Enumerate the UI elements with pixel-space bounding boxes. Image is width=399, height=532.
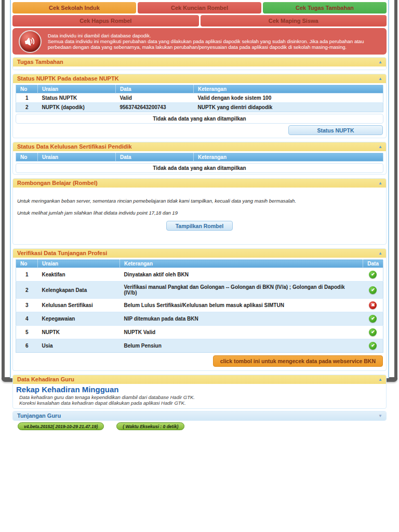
tugas-tambahan-panel: Tugas Tambahan ▲ — [12, 57, 387, 70]
cell-uraian: Usia — [38, 339, 120, 353]
col-header-data: Data — [116, 153, 194, 162]
cross-icon — [369, 301, 377, 309]
cell-no: 4 — [16, 312, 38, 326]
check-buttons-row-1: Cek Sekolah Induk Cek Kuncian Rombel Cek… — [12, 2, 387, 14]
col-header-keterangan: Keterangan — [194, 85, 383, 94]
check-icon — [369, 271, 377, 278]
col-header-uraian: Uraian — [38, 85, 116, 94]
section-title: Status NUPTK Pada database NUPTK — [17, 75, 119, 82]
cell-keterangan: NIP ditemukan pada data BKN — [120, 312, 363, 326]
cek-maping-siswa-button[interactable]: Cek Maping Siswa — [201, 15, 387, 26]
cell-uraian: Kepegawaian — [38, 312, 120, 326]
cell-data: 9563742643200743 — [116, 103, 194, 112]
status-nuptk-button[interactable]: Status NUPTK — [288, 125, 383, 135]
rombel-note-2: Untuk melihat jumlah jam silahkan lihat … — [17, 210, 386, 216]
cell-keterangan: Belum Lulus Sertifikasi/Kelulusan belum … — [120, 299, 363, 312]
tugas-tambahan-header[interactable]: Tugas Tambahan ▲ — [13, 58, 386, 66]
kehadiran-panel: Data Kehadiran Guru ▲ Rekap Kehadiran Mi… — [12, 375, 387, 409]
footer-badges: v4.beta.20152( 2019-10-29 21.47.19) ( Wa… — [18, 422, 387, 430]
table-header-row: No Uraian Keterangan Data — [16, 260, 383, 268]
cek-tugas-tambahan-button[interactable]: Cek Tugas Tambahan — [263, 2, 387, 14]
verifikasi-panel: Verifikasi Data Tunjangan Profesi ▲ No U… — [12, 248, 387, 371]
table-row: 6 Usia Belum Pensiun — [16, 339, 383, 353]
cell-keterangan: Verifikasi manual Pangkat dan Golongan -… — [120, 282, 363, 299]
sertifikasi-header[interactable]: Status Data Kelulusan Sertifikasi Pendid… — [13, 142, 386, 151]
cell-no: 3 — [16, 299, 38, 312]
megaphone-icon — [19, 30, 42, 53]
status-nuptk-table: No Uraian Data Keterangan 1 Status NUPTK… — [16, 85, 383, 112]
table-header-row: No Uraian Data Keterangan — [16, 153, 383, 162]
table-row: 2 NUPTK (dapodik) 9563742643200743 NUPTK… — [16, 103, 383, 112]
col-header-uraian: Uraian — [38, 260, 120, 268]
check-icon — [369, 342, 377, 350]
section-title: Tugas Tambahan — [17, 59, 63, 65]
verifikasi-header[interactable]: Verifikasi Data Tunjangan Profesi ▲ — [13, 249, 386, 258]
cell-keterangan: NUPTK Valid — [120, 326, 363, 339]
check-icon — [369, 315, 377, 323]
chevron-down-icon: ▼ — [378, 411, 382, 420]
cell-no: 6 — [16, 339, 38, 353]
chevron-up-icon: ▲ — [378, 179, 382, 188]
table-row: 2 Kelengkapan Data Verifikasi manual Pan… — [16, 282, 383, 299]
warning-line-1: Data individu ini diambil dari database … — [48, 33, 380, 38]
no-data-message: Tidak ada data yang akan ditampilkan — [16, 163, 383, 173]
cek-webservice-bkn-button[interactable]: click tombol ini untuk mengecek data pad… — [213, 355, 383, 367]
status-nuptk-header[interactable]: Status NUPTK Pada database NUPTK ▲ — [13, 74, 386, 83]
cell-uraian: Kelulusan Sertifikasi — [38, 299, 120, 312]
tampilkan-rombel-button[interactable]: Tampilkan Rombel — [166, 221, 233, 231]
warning-banner: Data individu ini diambil dari database … — [12, 28, 387, 55]
no-data-message: Tidak ada data yang akan ditampilkan — [16, 114, 383, 124]
chevron-up-icon: ▲ — [378, 249, 382, 258]
rombel-header[interactable]: Rombongan Belajar (Rombel) ▲ — [13, 179, 386, 188]
section-title: Status Data Kelulusan Sertifikasi Pendid… — [17, 143, 132, 150]
kehadiran-header[interactable]: Data Kehadiran Guru ▲ — [13, 375, 386, 384]
cell-no: 1 — [16, 268, 38, 282]
col-header-no: No — [16, 85, 38, 94]
table-row: 5 NUPTK NUPTK Valid — [16, 326, 383, 339]
tunjangan-panel: Tunjangan Guru ▼ — [12, 411, 387, 421]
cell-keterangan: NUPTK yang dientri didapodik — [194, 103, 383, 112]
col-header-data: Data — [363, 260, 383, 268]
infogtk-page: Cek Sekolah Induk Cek Kuncian Rombel Cek… — [0, 0, 399, 532]
warning-line-2: Semua data individu ini mengikuti peruba… — [48, 38, 380, 50]
cell-no: 1 — [16, 94, 38, 103]
col-header-keterangan: Keterangan — [120, 260, 363, 268]
window-frame-right — [394, 0, 397, 379]
warning-text: Data individu ini diambil dari database … — [48, 33, 380, 50]
section-title: Verifikasi Data Tunjangan Profesi — [17, 250, 107, 256]
cell-no: 2 — [16, 282, 38, 299]
section-title: Tunjangan Guru — [17, 413, 61, 419]
tunjangan-header[interactable]: Tunjangan Guru ▼ — [13, 411, 386, 420]
sertifikasi-table: No Uraian Data Keterangan — [16, 153, 383, 162]
table-header-row: No Uraian Data Keterangan — [16, 85, 383, 94]
kehadiran-note-2: Koreksi kesalahan data kehadiran dapat d… — [19, 400, 383, 406]
rombel-panel: Rombongan Belajar (Rombel) ▲ Untuk merin… — [12, 178, 387, 245]
chevron-up-icon: ▲ — [378, 58, 382, 66]
kehadiran-note-1: Data kehadiran guru dan tenaga kependidi… — [19, 394, 383, 400]
cell-keterangan: Valid dengan kode sistem 100 — [194, 94, 383, 103]
rombel-note-1: Untuk meringankan beban server, sementar… — [17, 198, 386, 204]
chevron-up-icon: ▲ — [378, 375, 382, 384]
sertifikasi-panel: Status Data Kelulusan Sertifikasi Pendid… — [12, 142, 387, 175]
col-header-no: No — [16, 260, 38, 268]
cell-data: Valid — [116, 94, 194, 103]
rekap-kehadiran-heading: Rekap Kehadiran Mingguan — [16, 385, 383, 394]
cell-uraian: Status NUPTK — [38, 94, 116, 103]
col-header-no: No — [16, 153, 38, 162]
col-header-data: Data — [116, 85, 194, 94]
cek-kuncian-rombel-button[interactable]: Cek Kuncian Rombel — [138, 2, 261, 14]
rombel-body: Untuk meringankan beban server, sementar… — [13, 188, 386, 244]
cek-sekolah-induk-button[interactable]: Cek Sekolah Induk — [12, 2, 136, 14]
version-badge: v4.beta.20152( 2019-10-29 21.47.19) — [18, 422, 104, 430]
execution-time-badge: ( Waktu Eksekusi : 0 detik) — [116, 422, 184, 430]
table-row: 1 Status NUPTK Valid Valid dengan kode s… — [16, 94, 383, 103]
cek-hapus-rombel-button[interactable]: Cek Hapus Rombel — [12, 15, 199, 26]
chevron-up-icon: ▲ — [378, 142, 382, 151]
cell-uraian: Keaktifan — [38, 268, 120, 282]
tugas-tambahan-body — [13, 66, 386, 70]
check-icon — [369, 286, 377, 294]
kehadiran-body: Rekap Kehadiran Mingguan Data kehadiran … — [13, 384, 386, 408]
cell-keterangan: Belum Pensiun — [120, 339, 363, 353]
col-header-keterangan: Keterangan — [194, 153, 383, 162]
section-title: Rombongan Belajar (Rombel) — [17, 180, 98, 186]
